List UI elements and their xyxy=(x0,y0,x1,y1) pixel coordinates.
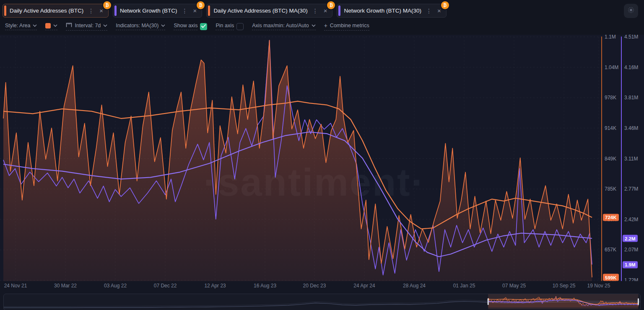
show-axis-label: Show axis xyxy=(174,23,197,30)
axis-tick-label: 849K xyxy=(605,156,616,162)
tab-label: Network Growth (BTC) xyxy=(120,8,177,14)
x-axis-date-label: 16 Aug 23 xyxy=(254,283,276,289)
check-icon xyxy=(201,23,206,29)
x-axis-date-label: 01 Jan 25 xyxy=(453,283,475,289)
tab-menu-icon[interactable]: ⋮ xyxy=(312,8,319,14)
tab-label: Daily Active Addresses (BTC) MA(30) xyxy=(213,8,307,14)
axis-tick-label: 1.1M xyxy=(605,34,616,40)
interval-selector[interactable]: Interval: 7d xyxy=(66,23,107,31)
axis-tick-label: 4.51M xyxy=(624,34,638,40)
tab-2-metric[interactable]: Network Growth (BTC)⋮×₿ xyxy=(113,4,202,18)
tab-menu-icon[interactable]: ⋮ xyxy=(87,8,95,14)
chevron-down-icon xyxy=(53,24,57,27)
indicators-label: Indicators: MA(30) xyxy=(116,23,158,28)
latest-value-badge: 1.9M xyxy=(623,261,638,268)
axis-tick-label: 2.42M xyxy=(624,217,638,222)
show-axis-checkbox[interactable] xyxy=(200,23,207,30)
x-axis-date-label: 07 Dec 22 xyxy=(154,283,177,289)
main-chart-plot[interactable] xyxy=(0,35,601,281)
minimap[interactable] xyxy=(3,294,641,310)
axis-spine-orange xyxy=(601,36,602,281)
interval-icon xyxy=(66,23,72,29)
x-axis-date-label: 24 Nov 21 xyxy=(4,283,27,289)
axis-maxmin-selector[interactable]: Axis max/min: Auto/Auto xyxy=(252,23,315,30)
x-axis-date-label: 24 Apr 24 xyxy=(353,283,375,289)
tab-label: Network Growth (BTC) MA(30) xyxy=(344,8,421,14)
pin-axis-toggle[interactable]: Pin axis xyxy=(216,23,244,30)
axis-network-growth: 4.51M4.16M3.81M3.46M3.11M2.77M2.42M2.07M… xyxy=(621,35,644,281)
show-axis-toggle[interactable]: Show axis xyxy=(174,23,207,30)
tab-label: Daily Active Addresses (BTC) xyxy=(10,8,83,14)
pin-axis-checkbox[interactable] xyxy=(236,23,244,30)
x-axis-date-label: 12 Apr 23 xyxy=(204,283,226,289)
minimap-right-handle[interactable] xyxy=(638,298,639,305)
minimap-left-handle[interactable] xyxy=(488,298,489,305)
axis-tick-label: 1.04M xyxy=(605,65,618,70)
chevron-down-icon xyxy=(312,24,316,27)
tab-accent-bar xyxy=(208,5,210,16)
bitcoin-badge-icon: ₿ xyxy=(326,0,336,10)
bitcoin-badge-icon: ₿ xyxy=(196,0,205,10)
latest-value-badge: 599K xyxy=(603,274,619,281)
style-selector[interactable]: Style: Area xyxy=(5,23,37,30)
chevron-down-icon xyxy=(103,24,107,27)
tab-3-metric[interactable]: Daily Active Addresses (BTC) MA(30)⋮×₿ xyxy=(206,4,332,18)
x-axis-date-label: 10 Sep 25 xyxy=(553,283,576,289)
axis-tick-label: 4.16M xyxy=(624,65,638,70)
axis-maxmin-label: Axis max/min: Auto/Auto xyxy=(252,23,309,28)
plus-icon: + xyxy=(324,22,327,29)
tab-menu-icon[interactable]: ⋮ xyxy=(425,8,433,14)
axis-tick-label: 2.77M xyxy=(624,186,638,192)
tab-4-metric[interactable]: Network Growth (BTC) MA(30)⋮×₿ xyxy=(337,4,446,18)
x-axis-date-label: 20 Dec 23 xyxy=(303,283,326,289)
chevron-down-icon xyxy=(161,24,165,27)
tab-accent-bar xyxy=(338,5,340,16)
style-label: Style: Area xyxy=(5,23,30,28)
indicators-selector[interactable]: Indicators: MA(30) xyxy=(116,23,165,30)
chart-toolbar: Style: Area Interval: 7d Indicators: MA(… xyxy=(0,19,644,35)
tab-accent-bar xyxy=(114,5,117,16)
interval-label: Interval: 7d xyxy=(75,23,101,28)
axis-tick-label: 978K xyxy=(605,95,616,101)
daa-area-fill xyxy=(3,40,592,281)
chevron-down-icon xyxy=(33,24,37,27)
gear-icon xyxy=(627,6,635,16)
axis-tick-label: 3.81M xyxy=(624,95,638,101)
axis-tick-label: 2.07M xyxy=(624,247,638,253)
tab-menu-icon[interactable]: ⋮ xyxy=(181,8,189,14)
axis-tick-label: 657K xyxy=(605,247,616,253)
axis-tick-label: 3.11M xyxy=(624,156,638,162)
axis-spine-purple xyxy=(621,36,622,281)
x-axis-date-label: 30 Mar 22 xyxy=(54,283,77,289)
main-chart: ·santiment· 1.1M1.04M978K914K849K785K720… xyxy=(0,35,644,281)
axis-tick-label: 914K xyxy=(605,125,616,131)
pin-axis-label: Pin axis xyxy=(216,23,234,30)
chart-settings-button[interactable] xyxy=(624,4,638,18)
combine-metrics-label: Combine metrics xyxy=(330,23,369,28)
tab-1-metric[interactable]: Daily Active Addresses (BTC)⋮×₿ xyxy=(3,4,109,18)
axis-daily-active-addresses: 1.1M1.04M978K914K849K785K720K657K593K724… xyxy=(601,35,621,281)
color-selector[interactable] xyxy=(45,23,57,30)
bitcoin-badge-icon: ₿ xyxy=(102,0,112,10)
tab-accent-bar xyxy=(4,5,6,16)
x-axis-date-label: 19 Nov 25 xyxy=(587,283,610,289)
latest-value-badge: 724K xyxy=(603,214,619,221)
tab-bar: Daily Active Addresses (BTC)⋮×₿Network G… xyxy=(0,0,644,19)
bitcoin-badge-icon: ₿ xyxy=(440,0,450,10)
x-axis-date-label: 28 Aug 24 xyxy=(403,283,426,289)
combine-metrics-button[interactable]: + Combine metrics xyxy=(324,22,369,31)
x-axis: 24 Nov 2130 Mar 2203 Aug 2207 Dec 2212 A… xyxy=(0,281,644,290)
santiment-chart-app: { "header": { "tabs": [ {"label": "Daily… xyxy=(0,0,644,310)
x-axis-date-label: 07 May 25 xyxy=(502,283,526,289)
latest-value-badge: 2.2M xyxy=(623,235,638,242)
axis-tick-label: 785K xyxy=(605,186,616,192)
axis-tick-label: 3.46M xyxy=(624,125,638,131)
minimap-plot[interactable] xyxy=(4,294,640,309)
color-swatch xyxy=(45,23,51,28)
x-axis-date-label: 03 Aug 22 xyxy=(104,283,127,289)
